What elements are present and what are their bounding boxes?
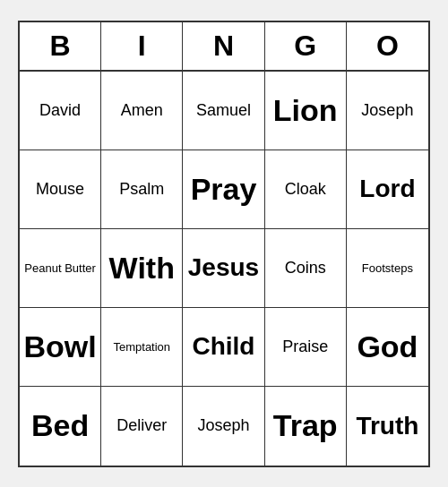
cell-text: Lord	[359, 175, 415, 203]
bingo-cell: Samuel	[183, 72, 264, 150]
bingo-cell: Bowl	[20, 308, 101, 387]
header-letter: I	[101, 22, 183, 70]
header-letter: O	[347, 22, 428, 70]
cell-text: With	[109, 251, 175, 286]
header-letter: B	[20, 22, 101, 70]
bingo-cell: Joseph	[183, 387, 264, 466]
cell-text: Peanut Butter	[24, 261, 96, 275]
cell-text: Mouse	[36, 180, 84, 199]
bingo-cell: Peanut Butter	[20, 229, 101, 308]
bingo-cell: Pray	[183, 150, 264, 229]
bingo-cell: Cloak	[265, 150, 347, 229]
cell-text: David	[39, 101, 81, 120]
bingo-cell: Coins	[265, 229, 347, 308]
bingo-cell: Jesus	[183, 229, 264, 308]
cell-text: Praise	[282, 337, 328, 356]
cell-text: Footsteps	[362, 261, 413, 275]
bingo-cell: Bed	[20, 387, 101, 466]
cell-text: Cloak	[285, 180, 326, 199]
cell-text: Bowl	[23, 329, 96, 364]
cell-text: Pray	[191, 172, 257, 207]
bingo-cell: Footsteps	[347, 229, 428, 308]
bingo-cell: David	[20, 72, 101, 150]
cell-text: Coins	[285, 259, 326, 278]
cell-text: Lion	[273, 93, 338, 128]
cell-text: God	[357, 329, 418, 364]
bingo-cell: Lion	[265, 72, 347, 150]
cell-text: Trap	[273, 408, 338, 443]
cell-text: Bed	[31, 408, 89, 443]
cell-text: Samuel	[196, 101, 251, 120]
cell-text: Amen	[121, 101, 163, 120]
header-letter: G	[265, 22, 347, 70]
bingo-cell: Trap	[265, 387, 347, 466]
cell-text: Deliver	[116, 416, 167, 435]
cell-text: Joseph	[361, 101, 413, 120]
cell-text: Truth	[356, 412, 418, 440]
bingo-card: BINGO DavidAmenSamuelLionJosephMousePsal…	[18, 21, 430, 467]
bingo-cell: Deliver	[101, 387, 183, 466]
header-letter: N	[183, 22, 264, 70]
bingo-cell: With	[101, 229, 183, 308]
bingo-cell: God	[347, 308, 428, 387]
bingo-cell: Joseph	[347, 72, 428, 150]
bingo-cell: Amen	[101, 72, 183, 150]
bingo-cell: Praise	[265, 308, 347, 387]
cell-text: Joseph	[197, 416, 249, 435]
cell-text: Child	[192, 332, 254, 361]
cell-text: Psalm	[119, 180, 164, 199]
bingo-cell: Child	[183, 308, 264, 387]
bingo-cell: Temptation	[101, 308, 183, 387]
bingo-cell: Truth	[347, 387, 428, 466]
bingo-cell: Lord	[347, 150, 428, 229]
cell-text: Jesus	[188, 253, 259, 282]
bingo-header: BINGO	[20, 22, 428, 72]
cell-text: Temptation	[113, 340, 170, 354]
bingo-cell: Psalm	[101, 150, 183, 229]
bingo-cell: Mouse	[20, 150, 101, 229]
bingo-grid: DavidAmenSamuelLionJosephMousePsalmPrayC…	[20, 72, 428, 466]
